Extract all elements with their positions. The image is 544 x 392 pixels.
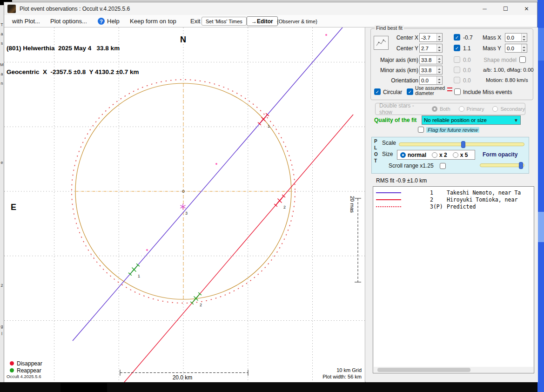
minor-axis-fit-checkbox — [454, 67, 460, 73]
use-assumed-checkbox[interactable]: ✓ — [407, 88, 413, 95]
chord-color-swatch — [376, 206, 401, 207]
list-item[interactable]: 1 Takeshi Nemoto, near Ta — [373, 189, 534, 196]
orientation-label: Orientation — [376, 77, 418, 84]
center-y-fit-checkbox[interactable]: ✓ — [454, 45, 460, 51]
plot-letter: L — [374, 145, 377, 150]
scrollbar-thumb[interactable] — [377, 368, 470, 372]
app-icon — [7, 5, 16, 13]
mass-x-label: Mass X — [479, 34, 501, 41]
marker-label: 2 — [283, 205, 286, 210]
scale-bar-label: 20.0 km — [161, 374, 203, 381]
center-x-input[interactable]: -3.7 — [419, 33, 443, 42]
center-y-input[interactable]: 2.7 — [419, 44, 443, 53]
size-x2-radio[interactable] — [432, 152, 437, 158]
window-maximize-button[interactable]: ☐ — [495, 2, 516, 15]
spinner-arrows-icon[interactable] — [437, 44, 442, 52]
orientation-input[interactable]: 0.0 — [419, 76, 443, 85]
find-best-fit-title: Find best fit — [375, 25, 404, 31]
window-minimize-button[interactable]: ─ — [474, 2, 495, 15]
center-x-fit-value: -0.7 — [463, 34, 473, 41]
scroll-range-label: Scroll range x1.25 — [389, 162, 434, 169]
size-x5-radio[interactable] — [453, 152, 458, 158]
mas-bracket — [355, 198, 361, 282]
maximize-icon: ☐ — [503, 6, 508, 12]
double-stars-secondary-radio: Secondary — [492, 106, 525, 112]
radio-icon — [459, 106, 464, 112]
occult-window: Plot event observations : Occult v.4.202… — [4, 2, 537, 382]
menu-with-plot[interactable]: with Plot... — [12, 18, 40, 25]
radio-icon — [432, 106, 437, 112]
size-x5-label: x 5 — [460, 152, 468, 158]
help-icon[interactable]: ? — [98, 18, 105, 25]
event-legend: Disappear Reappear — [10, 360, 42, 374]
center-x-fit-checkbox[interactable]: ✓ — [454, 34, 460, 41]
object-title: (801) Helwerthia 2025 May 4 33.8 km — [7, 44, 139, 52]
red-lines-icon — [447, 88, 452, 91]
horizontal-scrollbar[interactable] — [374, 367, 533, 372]
marker-label: 1 — [138, 274, 140, 278]
field-star-dot — [215, 163, 217, 165]
marker-label: 3 — [185, 211, 188, 216]
check-icon: ✓ — [408, 89, 412, 95]
check-icon: ✓ — [455, 46, 459, 51]
quality-combobox[interactable]: No reliable position or size ▼ — [422, 115, 521, 125]
geocentric-coords: Geocentric X -2357.5 ±0.8 Y 4130.2 ±0.7 … — [7, 68, 139, 76]
major-axis-input[interactable]: 33.8 — [419, 55, 443, 64]
menu-exit[interactable]: Exit — [190, 18, 201, 25]
scroll-range-checkbox[interactable] — [440, 163, 446, 169]
center-y-fit-value: 1.1 — [463, 45, 471, 52]
predicted-position-marker[interactable] — [180, 204, 185, 210]
spinner-arrows-icon[interactable] — [437, 34, 442, 41]
mass-x-input[interactable]: 0.0 — [505, 33, 527, 42]
fit-chart-button[interactable] — [374, 36, 389, 50]
editor-button[interactable]: →Editor — [247, 16, 278, 26]
north-label: N — [180, 35, 186, 45]
spinner-arrows-icon[interactable] — [437, 56, 442, 64]
strip-letter: a — [0, 72, 4, 76]
observation-listbox[interactable]: 1 Takeshi Nemoto, near Ta 2 Hiroyuki Tom… — [373, 186, 534, 373]
disappear-dot-icon — [10, 361, 14, 365]
caption-buttons: ─ ☐ ✕ — [474, 2, 537, 15]
window-close-button[interactable]: ✕ — [516, 2, 537, 15]
mass-y-input[interactable]: 0.0 — [505, 44, 527, 53]
ab-dmag-label: a/b: 1.00, dMag: 0.00 — [483, 67, 534, 73]
observer-name: Takeshi Nemoto, near Ta — [447, 189, 521, 196]
include-miss-checkbox[interactable] — [454, 88, 461, 95]
spinner-arrows-icon[interactable] — [521, 34, 527, 41]
spinner-arrows-icon[interactable] — [521, 44, 527, 52]
opacity-slider-track[interactable] — [480, 163, 524, 167]
circular-checkbox[interactable]: ✓ — [374, 88, 381, 95]
minor-axis-input[interactable]: 33.8 — [419, 66, 443, 74]
double-stars-primary-radio: Primary — [459, 106, 484, 112]
taskbar-item — [60, 383, 107, 392]
mass-y-label: Mass Y — [479, 45, 501, 52]
list-item[interactable]: 2 Hiroyuki Tomioka, near — [373, 196, 534, 203]
screen: T a s M a n e 2 g l Plot event observati… — [0, 0, 544, 392]
opacity-slider-thumb[interactable] — [519, 162, 523, 169]
shape-model-checkbox[interactable] — [519, 56, 526, 63]
menu-observer-time[interactable]: {Observer & time} — [277, 19, 317, 24]
scale-slider-thumb[interactable] — [461, 141, 465, 148]
menu-plot-options[interactable]: Plot options... — [50, 18, 87, 25]
chord-2-line[interactable] — [124, 115, 353, 382]
list-item[interactable]: 3(P) Predicted — [373, 203, 534, 210]
set-miss-times-button[interactable]: Set 'Miss' Times — [201, 17, 247, 26]
legend-disappear-label: Disappear — [17, 360, 42, 367]
strip-letter: g — [0, 324, 4, 329]
menu-keep-on-top[interactable]: Keep form on top — [130, 18, 176, 25]
size-normal-radio[interactable] — [400, 152, 406, 158]
minor-axis-fit-value: 0.0 — [463, 67, 471, 74]
scale-label: Scale — [382, 140, 396, 146]
spinner-arrows-icon[interactable] — [437, 76, 442, 84]
motion-label: Motion: 8.80 km/s — [486, 77, 528, 83]
flag-review-row: Flag for future review — [418, 127, 479, 133]
observer-name: Predicted — [447, 203, 476, 210]
double-stars-title: Double stars - show — [379, 102, 420, 115]
content: 1 1 2 2 3 — [4, 27, 537, 382]
size-x2-label: x 2 — [439, 152, 447, 158]
spinner-arrows-icon[interactable] — [437, 66, 442, 74]
plot-letter: T — [374, 158, 377, 163]
orientation-fit-checkbox — [454, 77, 460, 83]
flag-review-checkbox[interactable] — [418, 127, 424, 133]
menu-help[interactable]: Help — [107, 18, 120, 25]
